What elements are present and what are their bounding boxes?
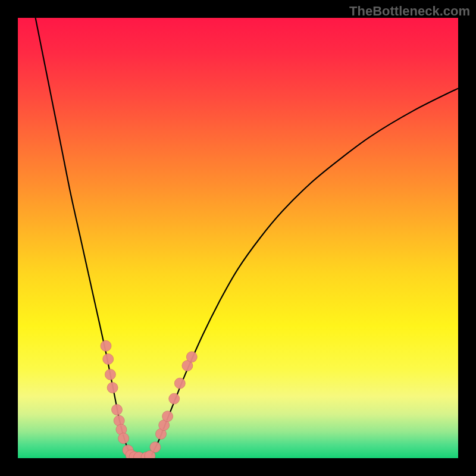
watermark-text: TheBottleneck.com — [349, 4, 470, 19]
chart-container: TheBottleneck.com — [0, 0, 476, 476]
chart-svg — [18, 18, 458, 458]
curve-right-curve — [150, 88, 458, 458]
curve-group — [36, 18, 458, 458]
marker-right-5 — [162, 411, 173, 422]
curve-left-curve — [36, 18, 133, 458]
marker-left-4 — [112, 405, 123, 415]
marker-right-6 — [169, 393, 180, 404]
marker-left-2 — [105, 369, 115, 380]
marker-right-7 — [174, 378, 185, 389]
marker-left-3 — [107, 383, 118, 393]
marker-right-2 — [150, 442, 161, 453]
marker-left-1 — [103, 354, 114, 365]
plot-area — [18, 18, 458, 458]
marker-left-7 — [118, 433, 129, 444]
marker-left-0 — [101, 340, 111, 351]
marker-right-9 — [186, 352, 197, 362]
